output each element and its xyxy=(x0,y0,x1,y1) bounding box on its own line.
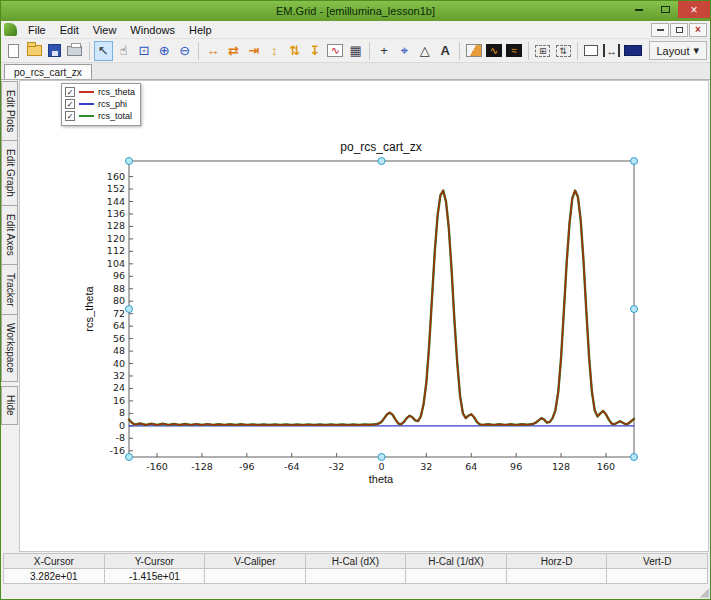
checkbox-rcs-theta[interactable]: ✓ xyxy=(65,87,75,97)
legend-line-sample xyxy=(79,115,94,117)
zoom-in-icon[interactable]: ⊕ xyxy=(155,41,174,61)
y-tick-label: 120 xyxy=(107,233,125,244)
x-cursor-value: 3.282e+01 xyxy=(4,569,105,584)
y-tick-label: 24 xyxy=(113,382,125,393)
selection-handle[interactable] xyxy=(378,454,385,461)
vert-d-value xyxy=(607,569,708,584)
sidetab-edit-plots[interactable]: Edit Plots xyxy=(1,81,18,141)
mdi-minimize-button[interactable] xyxy=(651,23,669,37)
selection-handle[interactable] xyxy=(126,306,133,313)
close-button[interactable]: × xyxy=(678,1,710,18)
maximize-button[interactable] xyxy=(652,1,678,18)
page-icon xyxy=(8,44,19,58)
y-tick-label: 80 xyxy=(113,295,125,306)
empty-box-icon xyxy=(584,45,598,56)
plot-area[interactable] xyxy=(129,161,634,457)
sidetab-edit-axes[interactable]: Edit Axes xyxy=(1,205,18,265)
x-pan-icon[interactable]: ⇄ xyxy=(224,41,243,61)
y-expand-icon[interactable]: ↕ xyxy=(265,41,284,61)
status-header: X-Cursor xyxy=(4,554,105,569)
dashed-box-icon: ⊞ xyxy=(535,45,550,57)
layout-button[interactable]: Layout ▾ xyxy=(649,41,708,60)
y-tick-label: 8 xyxy=(119,407,125,418)
y-tick-label: 112 xyxy=(107,245,125,256)
pan-tool-icon[interactable]: ☝ xyxy=(114,41,133,61)
toolbar-separator xyxy=(89,42,90,60)
menu-help[interactable]: Help xyxy=(182,23,219,37)
caliper-arrows-icon: ↔ xyxy=(603,44,620,57)
selection-handle[interactable] xyxy=(631,454,638,461)
sidetab-edit-graph[interactable]: Edit Graph xyxy=(1,140,18,206)
tracker-icon[interactable]: ⌖ xyxy=(395,41,414,61)
h-cal-1dx-value xyxy=(406,569,507,584)
selection-handle[interactable] xyxy=(126,454,133,461)
sidetab-hide[interactable]: Hide xyxy=(1,386,18,425)
resize-grip[interactable]: ◢ xyxy=(700,586,709,598)
open-file-icon[interactable] xyxy=(24,41,43,61)
line-color-swatch[interactable] xyxy=(623,41,643,61)
menu-view[interactable]: View xyxy=(86,23,124,37)
crosshair-icon[interactable]: + xyxy=(374,41,393,61)
status-header: Y-Cursor xyxy=(104,554,205,569)
printer-icon xyxy=(67,46,82,56)
status-header: H-Cal (1/dX) xyxy=(406,554,507,569)
select-region-icon[interactable]: ⊞ xyxy=(533,41,552,61)
mdi-restore-button[interactable] xyxy=(670,23,688,37)
sidetab-tracker[interactable]: Tracker xyxy=(1,264,18,316)
checkbox-rcs-phi[interactable]: ✓ xyxy=(65,99,75,109)
scale-region-icon[interactable]: ⇅ xyxy=(553,41,572,61)
chart-title: po_rcs_cart_zx xyxy=(340,140,421,154)
image-icon[interactable] xyxy=(464,41,483,61)
save-icon[interactable] xyxy=(45,41,64,61)
box-tool-icon[interactable] xyxy=(582,41,601,61)
layout-button-label: Layout xyxy=(657,45,690,57)
sidetab-workspace[interactable]: Workspace xyxy=(1,314,18,382)
plot-icon[interactable]: ∿ xyxy=(326,41,345,61)
y-tick-label: 56 xyxy=(113,333,125,344)
plot-canvas[interactable]: ✓ rcs_theta ✓ rcs_phi ✓ rcs_total xyxy=(19,80,709,552)
y-end-icon[interactable]: ↧ xyxy=(305,41,324,61)
x-expand-icon[interactable]: ↔ xyxy=(203,41,222,61)
tab-po-rcs-cart-zx[interactable]: po_rcs_cart_zx xyxy=(4,64,92,79)
y-tick-label: 88 xyxy=(113,283,125,294)
new-file-icon[interactable] xyxy=(4,41,23,61)
caret-down-icon: ▾ xyxy=(694,44,700,57)
selection-handle[interactable] xyxy=(126,158,133,165)
floppy-icon xyxy=(48,44,61,57)
x-tick-label: 128 xyxy=(552,461,570,472)
chart[interactable]: po_rcs_cart_zx rcs_theta theta 160152144… xyxy=(79,137,691,489)
select-tool-icon[interactable]: ↖ xyxy=(94,41,113,61)
window-title: EM.Grid - [emillumina_lesson1b] xyxy=(1,5,710,17)
selection-handle[interactable] xyxy=(631,306,638,313)
toolbar-separator xyxy=(528,42,529,60)
x-end-icon[interactable]: ⇥ xyxy=(244,41,263,61)
menu-edit[interactable]: Edit xyxy=(53,23,86,37)
print-icon[interactable] xyxy=(65,41,84,61)
x-tick-label: 160 xyxy=(597,461,615,472)
chart-region: po_rcs_cart_zx rcs_theta theta 160152144… xyxy=(79,137,691,493)
menu-windows[interactable]: Windows xyxy=(123,23,182,37)
bottom-strip: ◢ xyxy=(1,584,710,599)
y-pan-icon[interactable]: ⇅ xyxy=(285,41,304,61)
equation-icon[interactable]: ≈ xyxy=(505,41,524,61)
text-tool-icon[interactable]: A xyxy=(436,41,455,61)
minimize-button[interactable] xyxy=(626,1,652,18)
delta-marker-icon[interactable]: △ xyxy=(415,41,434,61)
status-header: V-Caliper xyxy=(205,554,306,569)
selection-handle[interactable] xyxy=(631,158,638,165)
waveform-icon[interactable]: ∿ xyxy=(484,41,503,61)
color-swatch xyxy=(624,45,642,56)
menu-file[interactable]: File xyxy=(21,23,53,37)
x-tick-label: -64 xyxy=(284,461,300,472)
grid-icon[interactable]: ▦ xyxy=(346,41,365,61)
zoom-window-icon[interactable]: ⊡ xyxy=(134,41,153,61)
y-tick-label: 136 xyxy=(107,208,125,219)
h-caliper-icon[interactable]: ↔ xyxy=(602,41,621,61)
y-tick-label: 48 xyxy=(113,345,125,356)
zoom-out-icon[interactable]: ⊖ xyxy=(175,41,194,61)
checkbox-rcs-total[interactable]: ✓ xyxy=(65,111,75,121)
document-tabstrip: po_rcs_cart_zx xyxy=(1,63,710,80)
y-tick-label: 152 xyxy=(107,183,125,194)
mdi-close-button[interactable]: × xyxy=(689,23,707,37)
selection-handle[interactable] xyxy=(378,158,385,165)
